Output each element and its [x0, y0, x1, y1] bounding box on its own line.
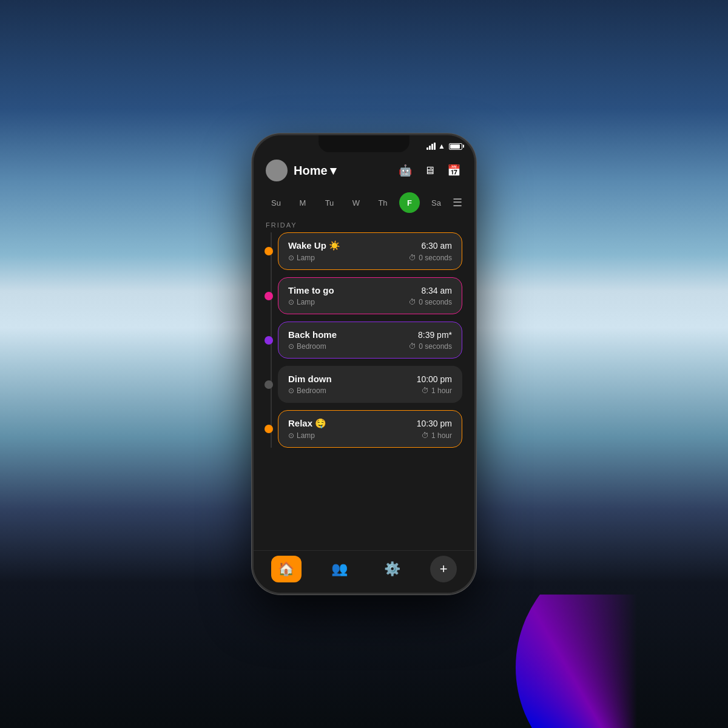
event-time-1: 6:30 am: [421, 241, 452, 251]
phone: ▲ Home ▾ 🤖 🖥 📅: [252, 133, 476, 595]
timeline-item-2[interactable]: Time to go 8:34 am ⊙ Lamp ⏱ 0 s: [278, 277, 462, 314]
clock-icon-1: ⏱: [409, 254, 416, 262]
event-time-2: 8:34 am: [421, 286, 452, 295]
clock-icon-5: ⏱: [422, 431, 429, 440]
plus-icon: +: [440, 561, 448, 577]
bottom-nav: 🏠 👥 ⚙️ +: [254, 550, 474, 593]
event-title-5: Relax 🤤: [288, 418, 326, 429]
timeline-item-1[interactable]: Wake Up ☀️ 6:30 am ⊙ Lamp ⏱ 0 s: [278, 232, 462, 270]
day-wednesday[interactable]: W: [346, 192, 366, 213]
timeline-dot-1: [265, 247, 273, 255]
signal-icon: [426, 143, 436, 150]
day-monday[interactable]: M: [292, 192, 313, 213]
event-card-back-home[interactable]: Back home 8:39 pm* ⊙ Bedroom ⏱: [278, 322, 462, 359]
timeline: Wake Up ☀️ 6:30 am ⊙ Lamp ⏱ 0 s: [254, 232, 474, 455]
event-card-dim-down[interactable]: Dim down 10:00 pm ⊙ Bedroom ⏱ 1: [278, 366, 462, 403]
event-card-relax[interactable]: Relax 🤤 10:30 pm ⊙ Lamp ⏱ 1 ho: [278, 410, 462, 448]
event-card-wake-up[interactable]: Wake Up ☀️ 6:30 am ⊙ Lamp ⏱ 0 s: [278, 232, 462, 270]
event-title-1: Wake Up ☀️: [288, 240, 340, 251]
location-icon-1: ⊙: [288, 254, 294, 262]
event-time-3: 8:39 pm*: [418, 330, 452, 340]
timeline-dot-3: [265, 336, 273, 345]
day-sunday[interactable]: Su: [266, 192, 286, 213]
event-card-header-2: Time to go 8:34 am: [288, 285, 452, 295]
chevron-down-icon: ▾: [330, 163, 336, 178]
day-tuesday[interactable]: Tu: [319, 192, 340, 213]
day-thursday[interactable]: Th: [372, 192, 393, 213]
event-duration-1: ⏱ 0 seconds: [409, 254, 452, 262]
event-card-header-4: Dim down 10:00 pm: [288, 374, 452, 384]
day-friday[interactable]: F: [399, 192, 420, 213]
event-duration-3: ⏱ 0 seconds: [409, 342, 452, 351]
event-title-2: Time to go: [288, 285, 334, 295]
event-duration-4: ⏱ 1 hour: [422, 386, 452, 395]
wifi-icon: ▲: [438, 142, 445, 150]
location-icon-4: ⊙: [288, 386, 294, 395]
menu-icon[interactable]: ☰: [453, 196, 462, 209]
home-label: Home ▾: [294, 163, 336, 178]
event-card-sub-1: ⊙ Lamp ⏱ 0 seconds: [288, 254, 452, 262]
clock-icon-3: ⏱: [409, 342, 416, 351]
timeline-dot-4: [265, 380, 273, 389]
event-time-4: 10:00 pm: [417, 374, 452, 384]
timeline-item-3[interactable]: Back home 8:39 pm* ⊙ Bedroom ⏱: [278, 322, 462, 359]
clock-icon-2: ⏱: [409, 298, 416, 306]
clock-icon-4: ⏱: [422, 386, 429, 395]
event-card-sub-3: ⊙ Bedroom ⏱ 0 seconds: [288, 342, 452, 351]
location-icon-2: ⊙: [288, 298, 294, 306]
event-time-5: 10:30 pm: [417, 419, 452, 428]
phone-container: ▲ Home ▾ 🤖 🖥 📅: [252, 133, 476, 595]
timeline-dot-2: [265, 292, 273, 300]
event-title-4: Dim down: [288, 374, 332, 384]
event-title-3: Back home: [288, 329, 337, 340]
event-location-1: ⊙ Lamp: [288, 254, 315, 262]
display-icon[interactable]: 🖥: [421, 162, 438, 179]
nav-home[interactable]: 🏠: [271, 556, 302, 582]
location-icon-3: ⊙: [288, 342, 294, 351]
calendar-icon[interactable]: 📅: [445, 162, 462, 179]
timeline-item-4[interactable]: Dim down 10:00 pm ⊙ Bedroom ⏱ 1: [278, 366, 462, 403]
event-card-sub-5: ⊙ Lamp ⏱ 1 hour: [288, 431, 452, 440]
location-icon-5: ⊙: [288, 431, 294, 440]
devices-nav-icon: 👥: [331, 561, 348, 577]
header-icons: 🤖 🖥 📅: [397, 162, 462, 179]
day-saturday[interactable]: Sa: [426, 192, 447, 213]
event-card-header-1: Wake Up ☀️ 6:30 am: [288, 240, 452, 251]
event-duration-2: ⏱ 0 seconds: [409, 298, 452, 306]
event-card-sub-4: ⊙ Bedroom ⏱ 1 hour: [288, 386, 452, 395]
timeline-items: Wake Up ☀️ 6:30 am ⊙ Lamp ⏱ 0 s: [266, 232, 462, 448]
home-title-group[interactable]: Home ▾: [266, 160, 336, 181]
smart-home-icon[interactable]: 🤖: [397, 162, 414, 179]
add-button[interactable]: +: [430, 556, 457, 582]
battery-icon: [449, 143, 462, 150]
phone-screen: ▲ Home ▾ 🤖 🖥 📅: [254, 135, 474, 593]
day-selector: Su M Tu W Th F Sa: [254, 187, 474, 217]
nav-devices[interactable]: 👥: [324, 556, 354, 582]
event-location-2: ⊙ Lamp: [288, 298, 315, 306]
avatar: [266, 160, 288, 181]
day-label: FRIDAY: [254, 217, 474, 232]
rainbow-decoration: [516, 595, 728, 728]
timeline-item-5[interactable]: Relax 🤤 10:30 pm ⊙ Lamp ⏱ 1 ho: [278, 410, 462, 448]
timeline-dot-5: [265, 425, 273, 433]
home-nav-icon: 🏠: [278, 561, 294, 577]
event-card-header-3: Back home 8:39 pm*: [288, 329, 452, 340]
status-icons: ▲: [426, 142, 462, 150]
rainbow-arc: [516, 595, 728, 728]
event-location-3: ⊙ Bedroom: [288, 342, 326, 351]
phone-notch: [318, 135, 410, 152]
event-card-header-5: Relax 🤤 10:30 pm: [288, 418, 452, 429]
event-duration-5: ⏱ 1 hour: [422, 431, 452, 440]
event-card-time-to-go[interactable]: Time to go 8:34 am ⊙ Lamp ⏱ 0 s: [278, 277, 462, 314]
event-location-5: ⊙ Lamp: [288, 431, 315, 440]
nav-settings[interactable]: ⚙️: [377, 556, 408, 582]
event-card-sub-2: ⊙ Lamp ⏱ 0 seconds: [288, 298, 452, 306]
event-location-4: ⊙ Bedroom: [288, 386, 326, 395]
settings-nav-icon: ⚙️: [384, 561, 400, 577]
